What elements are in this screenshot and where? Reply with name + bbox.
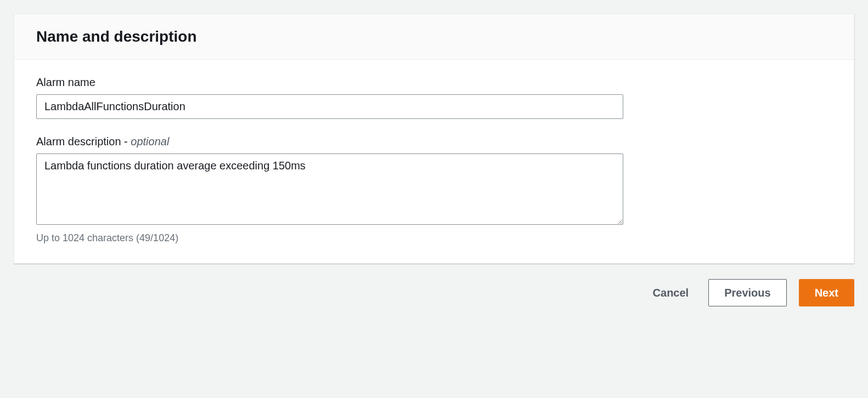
next-button[interactable]: Next: [799, 279, 854, 306]
alarm-description-label: Alarm description - optional: [36, 135, 832, 148]
cancel-button[interactable]: Cancel: [645, 280, 697, 306]
alarm-description-textarea[interactable]: [36, 153, 623, 225]
alarm-name-group: Alarm name: [36, 76, 832, 119]
name-description-card: Name and description Alarm name Alarm de…: [14, 14, 854, 264]
alarm-name-input[interactable]: [36, 94, 623, 119]
alarm-description-group: Alarm description - optional Up to 1024 …: [36, 135, 832, 244]
alarm-description-label-optional: optional: [131, 135, 169, 147]
alarm-description-label-main: Alarm description: [36, 135, 121, 147]
alarm-description-hint: Up to 1024 characters (49/1024): [36, 232, 832, 244]
section-title: Name and description: [36, 28, 832, 46]
button-bar: Cancel Previous Next: [14, 279, 854, 306]
previous-button[interactable]: Previous: [708, 279, 786, 306]
card-body: Alarm name Alarm description - optional …: [14, 60, 854, 263]
alarm-description-label-sep: -: [121, 135, 131, 147]
alarm-name-label: Alarm name: [36, 76, 832, 89]
card-header: Name and description: [14, 14, 854, 60]
